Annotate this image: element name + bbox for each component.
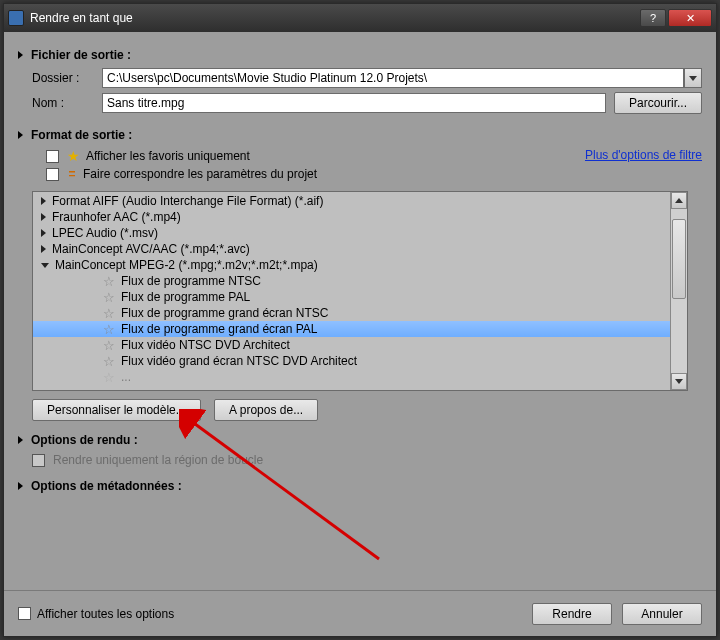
equals-icon: = [67,167,77,181]
filter-left: ★ Afficher les favoris uniquement = Fair… [32,148,585,181]
match-project-row: = Faire correspondre les paramètres du p… [46,167,585,181]
format-node[interactable]: LPEC Audio (*.msv) [33,225,670,241]
chevron-down-icon [675,379,683,384]
folder-input[interactable] [102,68,684,88]
filter-right: Plus d'options de filtre [585,148,702,162]
about-button[interactable]: A propos de... [214,399,318,421]
scroll-track[interactable] [671,209,687,373]
section-metadata-options[interactable]: Options de métadonnées : [18,479,702,493]
chevron-down-icon [41,263,49,268]
app-icon [8,10,24,26]
star-outline-icon: ☆ [103,338,115,353]
format-node[interactable]: Fraunhofer AAC (*.mp4) [33,209,670,225]
chevron-up-icon [675,198,683,203]
folder-dropdown-button[interactable] [684,68,702,88]
dialog-body: Fichier de sortie : Dossier : Nom : Parc… [4,32,716,590]
section-title: Options de métadonnées : [31,479,182,493]
match-project-checkbox[interactable] [46,168,59,181]
chevron-down-icon [689,76,697,81]
dialog-window: Rendre en tant que ? ✕ Fichier de sortie… [3,3,717,637]
favorites-filter-row: ★ Afficher les favoris uniquement [46,148,585,164]
format-node-expanded[interactable]: MainConcept MPEG-2 (*.mpg;*.m2v;*.m2t;*.… [33,257,670,273]
star-outline-icon: ☆ [103,274,115,289]
star-outline-icon: ☆ [103,354,115,369]
scroll-thumb[interactable] [672,219,686,299]
star-outline-icon: ☆ [103,322,115,337]
section-render-options[interactable]: Options de rendu : [18,433,702,447]
format-template-item-selected[interactable]: ☆Flux de programme grand écran PAL [33,321,670,337]
close-button[interactable]: ✕ [668,9,712,27]
chevron-right-icon [41,197,46,205]
render-button[interactable]: Rendre [532,603,612,625]
show-all-options-checkbox[interactable] [18,607,31,620]
format-template-item[interactable]: ☆Flux de programme NTSC [33,273,670,289]
chevron-right-icon [18,482,23,490]
section-output-file[interactable]: Fichier de sortie : [18,48,702,62]
scroll-up-button[interactable] [671,192,687,209]
chevron-right-icon [41,213,46,221]
title-bar: Rendre en tant que ? ✕ [4,4,716,32]
format-node[interactable]: MainConcept AVC/AAC (*.mp4;*.avc) [33,241,670,257]
format-template-item[interactable]: ☆Flux vidéo grand écran NTSC DVD Archite… [33,353,670,369]
favorites-checkbox[interactable] [46,150,59,163]
more-filter-options-link[interactable]: Plus d'options de filtre [585,148,702,162]
star-icon: ★ [67,148,80,164]
chevron-right-icon [18,51,23,59]
format-template-item[interactable]: ☆Flux de programme grand écran NTSC [33,305,670,321]
chevron-right-icon [18,436,23,444]
loop-region-checkbox [32,454,45,467]
folder-label: Dossier : [32,71,102,85]
name-row: Nom : Parcourir... [32,92,702,114]
section-title: Options de rendu : [31,433,138,447]
section-output-format[interactable]: Format de sortie : [18,128,702,142]
chevron-right-icon [18,131,23,139]
format-template-item[interactable]: ☆Flux vidéo NTSC DVD Architect [33,337,670,353]
scrollbar-vertical[interactable] [670,192,687,390]
browse-button[interactable]: Parcourir... [614,92,702,114]
format-template-item-cut[interactable]: ☆... [33,369,670,385]
section-title: Fichier de sortie : [31,48,131,62]
show-all-options-label: Afficher toutes les options [37,607,174,621]
chevron-right-icon [41,245,46,253]
format-template-item[interactable]: ☆Flux de programme PAL [33,289,670,305]
star-outline-icon: ☆ [103,306,115,321]
star-outline-icon: ☆ [103,290,115,305]
customize-template-button[interactable]: Personnaliser le modèle... [32,399,201,421]
format-list-content[interactable]: Format AIFF (Audio Interchange File Form… [33,192,670,390]
section-title: Format de sortie : [31,128,132,142]
dialog-footer: Afficher toutes les options Rendre Annul… [4,590,716,636]
name-label: Nom : [32,96,102,110]
favorites-label: Afficher les favoris uniquement [86,149,250,163]
help-button[interactable]: ? [640,9,666,27]
folder-row: Dossier : [32,68,702,88]
loop-region-label: Rendre uniquement la région de boucle [53,453,263,467]
cancel-button[interactable]: Annuler [622,603,702,625]
filename-input[interactable] [102,93,606,113]
format-buttons-row: Personnaliser le modèle... A propos de..… [32,399,702,421]
star-outline-icon: ☆ [103,370,115,385]
format-node[interactable]: Format AIFF (Audio Interchange File Form… [33,193,670,209]
loop-region-row: Rendre uniquement la région de boucle [32,453,702,467]
filter-row: ★ Afficher les favoris uniquement = Fair… [32,148,702,181]
window-title: Rendre en tant que [30,11,638,25]
format-list: Format AIFF (Audio Interchange File Form… [32,191,688,391]
chevron-right-icon [41,229,46,237]
scroll-down-button[interactable] [671,373,687,390]
match-project-label: Faire correspondre les paramètres du pro… [83,167,317,181]
